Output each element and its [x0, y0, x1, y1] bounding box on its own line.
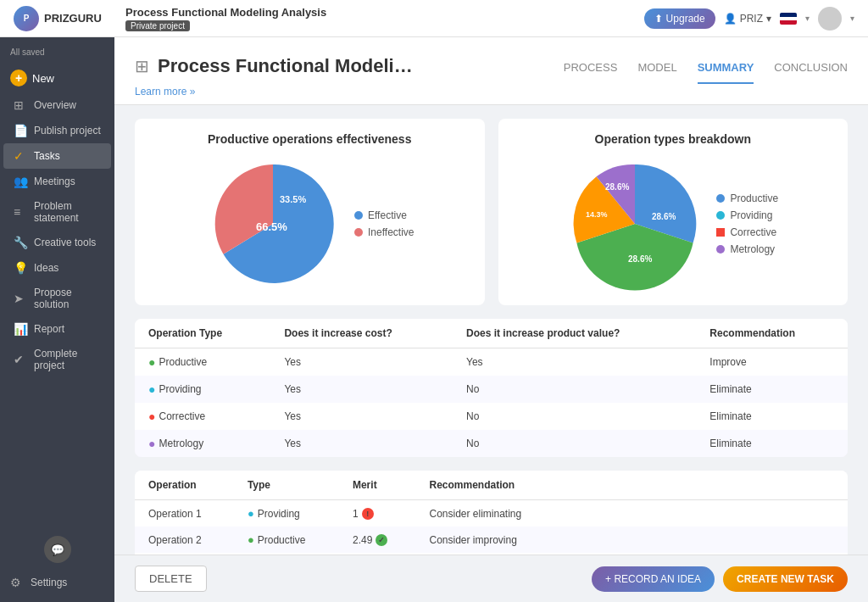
logo: P PRIZGURU: [14, 6, 115, 31]
legend-providing: Providing: [716, 209, 778, 221]
sidebar-item-tasks[interactable]: ✓ Tasks: [3, 143, 111, 169]
sidebar-label-overview: Overview: [34, 99, 76, 111]
legend-metrology: Metrology: [716, 243, 778, 255]
sidebar-item-problem[interactable]: ≡ Problem statement: [3, 194, 111, 230]
type-symbol-icon: ●: [148, 410, 155, 423]
sidebar-label-complete: Complete project: [34, 348, 101, 371]
new-label: New: [32, 72, 54, 85]
tab-summary[interactable]: SUMMARY: [698, 56, 754, 84]
complete-icon: ✔: [14, 353, 27, 366]
topbar: P PRIZGURU Process Functional Modeling A…: [0, 0, 868, 37]
page-icon: ⊞: [135, 56, 149, 76]
sidebar-item-meetings[interactable]: 👥 Meetings: [3, 169, 111, 194]
sidebar-label-report: Report: [34, 323, 64, 335]
ops-table-body: Operation 1 ● Providing 1 ! Consider eli…: [135, 500, 848, 555]
sidebar: All saved + New ⊞ Overview 📄 Publish pro…: [0, 37, 114, 602]
merit-icon: ✓: [376, 534, 387, 546]
sidebar-item-propose[interactable]: ➤ Propose solution: [3, 281, 111, 316]
learn-more-link[interactable]: Learn more »: [135, 86, 195, 104]
type-table-card: Operation Type Does it increase cost? Do…: [135, 319, 848, 457]
user-menu[interactable]: 👤 PRIZ ▾: [724, 13, 771, 25]
legend-providing-label: Providing: [730, 209, 772, 221]
type-icon-metrology: ● Metrology: [148, 437, 203, 450]
svg-text:28.6%: 28.6%: [628, 254, 652, 264]
header-tabs: PROCESS MODEL SUMMARY CONCLUSION: [564, 47, 848, 84]
cell-op: Operation 1: [135, 500, 234, 527]
cell-rec: Eliminate: [696, 403, 848, 430]
meetings-icon: 👥: [14, 175, 27, 188]
sidebar-item-ideas[interactable]: 💡 Ideas: [3, 255, 111, 281]
settings-icon: ⚙: [10, 576, 24, 589]
cell-type: ● Productive: [234, 527, 339, 553]
language-chevron-icon: ▾: [805, 14, 810, 23]
language-flag-icon[interactable]: [780, 13, 797, 25]
cell-type: ● Productive: [135, 348, 270, 376]
create-task-button[interactable]: CREATE NEW TASK: [723, 566, 848, 592]
tasks-icon: ✓: [14, 149, 27, 163]
delete-button[interactable]: DELETE: [135, 566, 207, 592]
type-symbol-icon: ●: [248, 533, 254, 546]
cell-type: ● Corrective: [135, 403, 270, 430]
svg-text:33.5%: 33.5%: [280, 194, 306, 204]
chart1-svg: 66.5% 33.5%: [205, 156, 341, 292]
type-table-body: ● Productive Yes Yes Improve ● Providing…: [135, 348, 848, 458]
sidebar-item-complete[interactable]: ✔ Complete project: [3, 342, 111, 377]
content-body: Productive operations effectiveness 66.5…: [114, 105, 868, 555]
type-icon-providing: ● Providing: [248, 507, 300, 520]
new-icon: +: [10, 70, 27, 86]
sidebar-item-report[interactable]: 📊 Report: [3, 316, 111, 342]
upgrade-button[interactable]: ⬆ Upgrade: [644, 8, 715, 29]
content: ⊞ Process Functional Modeli… PROCESS MOD…: [114, 37, 868, 602]
charts-row: Productive operations effectiveness 66.5…: [135, 119, 848, 305]
svg-text:28.6%: 28.6%: [605, 182, 629, 192]
legend-metrology-dot: [716, 245, 725, 254]
ideas-icon: 💡: [14, 261, 27, 275]
user-name: PRIZ: [740, 13, 763, 25]
chart2-legend: Productive Providing Corrective: [716, 192, 778, 255]
table-row: ● Metrology Yes No Eliminate: [135, 430, 848, 457]
table-row: ● Corrective Yes No Eliminate: [135, 403, 848, 430]
publish-icon: 📄: [14, 124, 27, 137]
cell-merit: 1 !: [339, 500, 416, 527]
sidebar-label-meetings: Meetings: [34, 176, 75, 187]
chart1-title: Productive operations effectiveness: [148, 132, 471, 146]
col-type: Type: [234, 471, 339, 500]
legend-effective: Effective: [354, 209, 414, 221]
type-symbol-icon: ●: [148, 355, 155, 369]
sidebar-label-tasks: Tasks: [34, 150, 60, 162]
type-symbol-icon: ●: [248, 507, 254, 520]
col-operation: Operation: [135, 471, 234, 500]
ops-table-card: Operation Type Merit Recommendation Oper…: [135, 471, 848, 555]
sidebar-label-publish: Publish project: [34, 125, 101, 137]
cell-cost: Yes: [270, 376, 453, 403]
type-icon-productive: ● Productive: [148, 355, 207, 369]
record-idea-button[interactable]: + RECORD AN IDEA: [592, 566, 715, 592]
tab-process[interactable]: PROCESS: [564, 56, 618, 84]
svg-text:66.5%: 66.5%: [256, 220, 287, 233]
chat-button[interactable]: 💬: [44, 536, 71, 563]
legend-productive-label: Productive: [730, 192, 778, 204]
col-recommendation: Recommendation: [696, 319, 848, 348]
tab-model[interactable]: MODEL: [637, 56, 676, 84]
chart-effective: Productive operations effectiveness 66.5…: [135, 119, 485, 305]
chart1-container: 66.5% 33.5% Effective Ineffective: [148, 156, 471, 292]
cell-cost: Yes: [270, 348, 453, 376]
legend-providing-dot: [716, 211, 725, 220]
svg-text:28.6%: 28.6%: [652, 212, 676, 221]
report-icon: 📊: [14, 322, 27, 336]
sidebar-item-overview[interactable]: ⊞ Overview: [3, 92, 111, 118]
col-increase-cost: Does it increase cost?: [270, 319, 453, 348]
tab-conclusion[interactable]: CONCLUSION: [774, 56, 848, 84]
col-ops-recommendation: Recommendation: [415, 471, 848, 500]
user-icon: 👤: [724, 13, 737, 25]
sidebar-item-settings[interactable]: ⚙ Settings: [0, 570, 114, 595]
cell-type: ● Metrology: [135, 430, 270, 457]
avatar[interactable]: [818, 7, 842, 31]
chart1-legend: Effective Ineffective: [354, 209, 414, 238]
new-button[interactable]: + New: [0, 64, 114, 92]
sidebar-item-creative[interactable]: 🔧 Creative tools: [3, 230, 111, 255]
type-symbol-icon: ●: [148, 382, 155, 396]
merit-badge: 1 !: [353, 508, 374, 520]
legend-ineffective: Ineffective: [354, 226, 414, 238]
sidebar-item-publish[interactable]: 📄 Publish project: [3, 118, 111, 143]
